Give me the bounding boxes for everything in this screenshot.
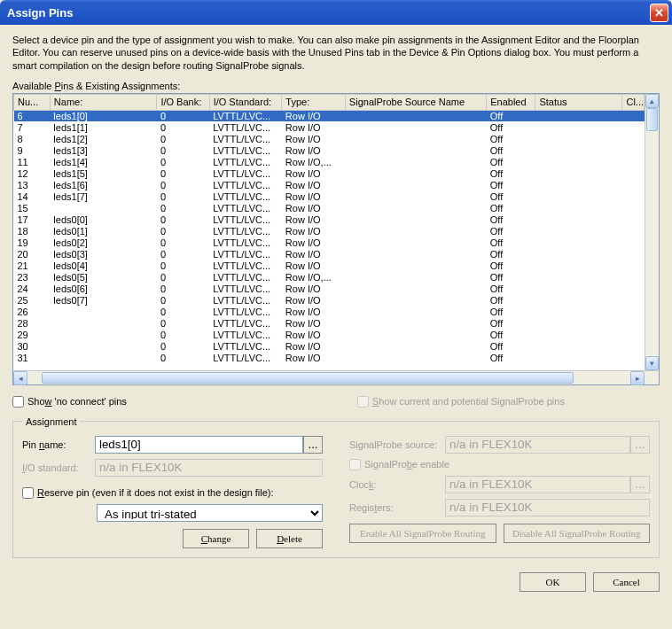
pin-name-browse-button[interactable]: ... (303, 436, 323, 454)
disable-all-signalprobe-button: Disable All SignalProbe Routing (504, 524, 651, 543)
table-row[interactable]: 11leds1[4]0LVTTL/LVC...Row I/O,...Off (14, 156, 645, 167)
scroll-down-icon[interactable]: ▾ (645, 356, 659, 370)
available-pins-label: Available Pins & Existing Assignments: (12, 81, 660, 91)
col-iostandard[interactable]: I/O Standard: (209, 94, 282, 110)
table-row[interactable]: 17leds0[0]0LVTTL/LVC...Row I/OOff (14, 214, 645, 225)
table-row[interactable]: 24leds0[6]0LVTTL/LVC...Row I/OOff (14, 283, 645, 294)
show-signalprobe-checkbox: Show current and potential SignalProbe p… (357, 396, 565, 408)
description-text: Select a device pin and the type of assi… (12, 34, 660, 72)
pin-name-label: Pin name: (22, 439, 95, 450)
reserve-pin-select[interactable]: As input tri-stated (97, 504, 323, 522)
table-row[interactable]: 19leds0[2]0LVTTL/LVC...Row I/OOff (14, 237, 645, 248)
show-no-connect-input[interactable] (12, 396, 24, 408)
col-type[interactable]: Type: (282, 94, 346, 110)
col-clock[interactable]: Cl... (622, 94, 645, 110)
table-row[interactable]: 8leds1[2]0LVTTL/LVC...Row I/OOff (14, 133, 645, 144)
table-row[interactable]: 6leds1[0]0LVTTL/LVC...Row I/OOff (14, 110, 645, 121)
table-row[interactable]: 12leds1[5]0LVTTL/LVC...Row I/OOff (14, 167, 645, 179)
clock-input (445, 476, 630, 493)
assignment-group: Assignment Pin name: ... I/O standard: R… (12, 416, 660, 558)
hscroll-thumb[interactable] (42, 372, 574, 384)
table-header-row[interactable]: Nu... Name: I/O Bank: I/O Standard: Type… (14, 94, 645, 110)
delete-button[interactable]: Delete (256, 529, 323, 548)
signalprobe-enable-checkbox: SignalProbe enable (349, 459, 650, 470)
table-row[interactable]: 9leds1[3]0LVTTL/LVC...Row I/OOff (14, 144, 645, 156)
table-row[interactable]: 7leds1[1]0LVTTL/LVC...Row I/OOff (14, 121, 645, 133)
io-standard-input (95, 459, 323, 477)
signalprobe-source-label: SignalProbe source: (349, 439, 445, 450)
col-name[interactable]: Name: (50, 94, 157, 110)
table-row[interactable]: 290LVTTL/LVC...Row I/OOff (14, 329, 645, 340)
table-row[interactable]: 310LVTTL/LVC...Row I/OOff (14, 352, 645, 363)
table-row[interactable]: 25leds0[7]0LVTTL/LVC...Row I/OOff (14, 294, 645, 306)
col-iobank[interactable]: I/O Bank: (157, 94, 209, 110)
show-no-connect-checkbox[interactable]: Show 'no connect' pins (12, 396, 127, 408)
table-row[interactable]: 13leds1[6]0LVTTL/LVC...Row I/OOff (14, 179, 645, 190)
clock-label: Clock: (349, 479, 445, 490)
assignment-legend: Assignment (22, 416, 80, 427)
table-row[interactable]: 300LVTTL/LVC...Row I/OOff (14, 340, 645, 352)
signalprobe-enable-input (349, 459, 361, 470)
table-row[interactable]: 21leds0[4]0LVTTL/LVC...Row I/OOff (14, 260, 645, 271)
reserve-pin-checkbox[interactable]: Reserve pin (even if it does not exist i… (22, 487, 323, 499)
scroll-right-icon[interactable]: ▸ (630, 371, 645, 385)
table-row[interactable]: 14leds1[7]0LVTTL/LVC...Row I/OOff (14, 190, 645, 202)
scroll-thumb[interactable] (646, 108, 658, 131)
table-row[interactable]: 23leds0[5]0LVTTL/LVC...Row I/O,...Off (14, 271, 645, 283)
vertical-scrollbar[interactable]: ▴ ▾ (645, 94, 659, 370)
enable-all-signalprobe-button: Enable All SignalProbe Routing (349, 524, 496, 543)
title-bar: Assign Pins ✕ (0, 0, 672, 25)
close-button[interactable]: ✕ (650, 4, 668, 22)
col-number[interactable]: Nu... (14, 94, 51, 110)
table-row[interactable]: 18leds0[1]0LVTTL/LVC...Row I/OOff (14, 225, 645, 237)
pin-name-input[interactable] (95, 436, 303, 454)
change-button[interactable]: Change (183, 529, 249, 548)
clock-browse-button: ... (630, 476, 650, 493)
table-row[interactable]: 280LVTTL/LVC...Row I/OOff (14, 317, 645, 329)
ok-button[interactable]: OK (520, 572, 586, 592)
col-signalprobe-source[interactable]: SignalProbe Source Name (345, 94, 486, 110)
signalprobe-source-browse-button: ... (630, 436, 650, 454)
table-row[interactable]: 260LVTTL/LVC...Row I/OOff (14, 306, 645, 317)
registers-label: Registers: (349, 502, 445, 513)
signalprobe-source-input (445, 436, 630, 454)
scroll-left-icon[interactable]: ◂ (13, 371, 27, 385)
horizontal-scrollbar[interactable]: ◂ ▸ (13, 370, 659, 384)
show-signalprobe-input (357, 396, 369, 408)
table-row[interactable]: 20leds0[3]0LVTTL/LVC...Row I/OOff (14, 248, 645, 260)
cancel-button[interactable]: Cancel (593, 572, 660, 592)
scroll-up-icon[interactable]: ▴ (645, 94, 659, 108)
reserve-pin-input[interactable] (22, 487, 34, 499)
registers-input (445, 499, 650, 516)
io-standard-label: I/O standard: (22, 462, 95, 473)
window-title: Assign Pins (4, 6, 650, 19)
table-row[interactable]: 150LVTTL/LVC...Row I/OOff (14, 202, 645, 214)
col-status[interactable]: Status (535, 94, 622, 110)
col-enabled[interactable]: Enabled (487, 94, 535, 110)
pins-table[interactable]: Nu... Name: I/O Bank: I/O Standard: Type… (12, 93, 660, 385)
